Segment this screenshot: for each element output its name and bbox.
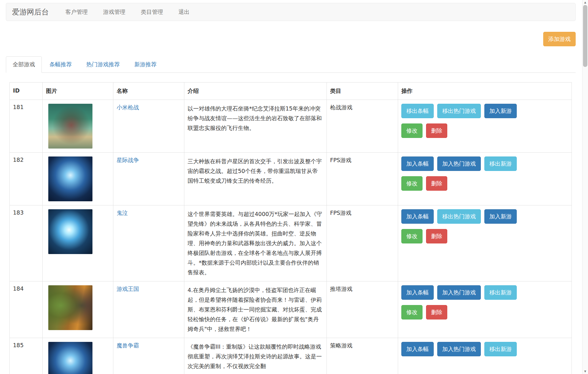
table-row: 182 星际战争 三大种族在科普卢星区的首次交手，引发出波及整个宇宙的霸权之战。… bbox=[10, 153, 572, 205]
table-row: 184 游戏王国 4.在奥丹姆尘土飞扬的沙漠中，怪盗军团也许正在崛起，但是希望将… bbox=[10, 281, 572, 338]
vertical-scrollbar[interactable]: ▲ ▼ bbox=[582, 0, 588, 374]
delete-button[interactable]: 删除 bbox=[426, 305, 447, 319]
game-category: FPS游戏 bbox=[327, 205, 398, 281]
toolbar: 添加游戏 bbox=[543, 32, 576, 46]
remove-banner-button[interactable]: 移出条幅 bbox=[401, 104, 434, 118]
nav-item-category-management[interactable]: 类目管理 bbox=[133, 8, 171, 16]
games-table-container: ID 图片 名称 介绍 类目 操作 181 小米枪战 以一对雄伟的大理石坐骑*纪… bbox=[9, 82, 572, 374]
game-actions-cell: 加入条幅加入热门游戏移出新游 bbox=[398, 338, 572, 374]
tab-banner-recommend[interactable]: 条幅推荐 bbox=[43, 56, 79, 73]
column-header-description: 介绍 bbox=[184, 83, 327, 100]
scroll-down-arrow-icon[interactable]: ▼ bbox=[582, 369, 588, 374]
column-header-category: 类目 bbox=[327, 83, 398, 100]
add-game-button[interactable]: 添加游戏 bbox=[543, 32, 576, 46]
table-row: 181 小米枪战 以一对雄伟的大理石坐骑*纪念艾泽拉斯15年来的冲突纷争与战友情… bbox=[10, 100, 572, 153]
game-actions-cell: 移出条幅移出热门游戏加入新游 修改删除 bbox=[398, 100, 572, 153]
nav-item-logout[interactable]: 退出 bbox=[171, 8, 197, 16]
game-description: 以一对雄伟的大理石坐骑*纪念艾泽拉斯15年来的冲突纷争与战友情谊——这些活生生的… bbox=[184, 100, 327, 153]
remove-hot-game-button[interactable]: 移出热门游戏 bbox=[437, 104, 481, 118]
add-hot-game-button[interactable]: 加入热门游戏 bbox=[437, 342, 481, 356]
delete-button[interactable]: 删除 bbox=[426, 176, 447, 191]
game-description: 这个世界需要英雄。与超过4000万*玩家一起加入《守望先锋》的未来战场，从各具特… bbox=[184, 205, 327, 281]
edit-button[interactable]: 修改 bbox=[401, 305, 423, 319]
edit-button[interactable]: 修改 bbox=[401, 176, 423, 191]
game-name-link[interactable]: 游戏王国 bbox=[117, 286, 139, 292]
game-actions-cell: 加入条幅加入热门游戏移出新游 修改删除 bbox=[398, 281, 572, 338]
add-hot-game-button[interactable]: 加入热门游戏 bbox=[437, 156, 481, 171]
games-table: ID 图片 名称 介绍 类目 操作 181 小米枪战 以一对雄伟的大理石坐骑*纪… bbox=[9, 82, 572, 374]
delete-button[interactable]: 删除 bbox=[426, 123, 447, 138]
brand-title[interactable]: 爱游网后台 bbox=[12, 7, 49, 17]
add-hot-game-button[interactable]: 加入热门游戏 bbox=[437, 285, 481, 300]
game-thumbnail-image bbox=[48, 156, 92, 201]
game-name-link[interactable]: 小米枪战 bbox=[117, 104, 139, 111]
game-actions-cell: 加入条幅加入热门游戏移出新游 修改删除 bbox=[398, 153, 572, 205]
game-name-link[interactable]: 魔兽争霸 bbox=[117, 342, 139, 349]
column-header-name: 名称 bbox=[113, 83, 184, 100]
add-banner-button[interactable]: 加入条幅 bbox=[401, 156, 434, 171]
remove-new-game-button[interactable]: 移出新游 bbox=[484, 342, 517, 356]
game-description: 4.在奥丹姆尘土飞扬的沙漠中，怪盗军团也许正在崛起，但是希望将伴随着探险者协会而… bbox=[184, 281, 327, 338]
tab-all-games[interactable]: 全部游戏 bbox=[6, 56, 42, 73]
game-category: FPS游戏 bbox=[327, 153, 398, 205]
table-header-row: ID 图片 名称 介绍 类目 操作 bbox=[10, 83, 572, 100]
scrollbar-thumb[interactable] bbox=[583, 5, 587, 67]
remove-new-game-button[interactable]: 移出新游 bbox=[484, 156, 517, 171]
game-category: 枪战游戏 bbox=[327, 100, 398, 153]
edit-button[interactable]: 修改 bbox=[401, 123, 423, 138]
scroll-up-arrow-icon[interactable]: ▲ bbox=[582, 0, 588, 5]
add-banner-button[interactable]: 加入条幅 bbox=[401, 342, 434, 356]
admin-page: 爱游网后台 客户管理 游戏管理 类目管理 退出 添加游戏 全部游戏 条幅推荐 热… bbox=[0, 0, 588, 374]
game-id: 185 bbox=[10, 338, 43, 374]
game-category: 策略游戏 bbox=[327, 338, 398, 374]
add-new-game-button[interactable]: 加入新游 bbox=[484, 104, 517, 118]
tab-new-games-recommend[interactable]: 新游推荐 bbox=[127, 56, 163, 73]
game-filter-tabs: 全部游戏 条幅推荐 热门游戏推荐 新游推荐 bbox=[6, 56, 576, 73]
game-name-link[interactable]: 鬼泣 bbox=[117, 210, 128, 216]
game-thumbnail-image bbox=[48, 342, 92, 374]
game-thumbnail-image bbox=[48, 209, 92, 254]
nav-item-customer-management[interactable]: 客户管理 bbox=[58, 8, 95, 16]
add-banner-button[interactable]: 加入条幅 bbox=[401, 209, 434, 224]
game-category: 推塔游戏 bbox=[327, 281, 398, 338]
delete-button[interactable]: 删除 bbox=[426, 229, 447, 243]
game-id: 184 bbox=[10, 281, 43, 338]
tab-hot-games-recommend[interactable]: 热门游戏推荐 bbox=[79, 56, 127, 73]
game-thumbnail-image bbox=[48, 104, 92, 149]
table-row: 185 魔兽争霸 《魔兽争霸III：重制版》让这款颠覆性的即时战略游戏彻底重塑，… bbox=[10, 338, 572, 374]
nav-item-game-management[interactable]: 游戏管理 bbox=[95, 8, 133, 16]
game-description: 《魔兽争霸III：重制版》让这款颠覆性的即时战略游戏彻底重塑，再次演绎艾泽拉斯史… bbox=[184, 338, 327, 374]
game-id: 181 bbox=[10, 100, 43, 153]
game-description: 三大种族在科普卢星区的首次交手，引发出波及整个宇宙的霸权之战。超过50个任务，带… bbox=[184, 153, 327, 205]
game-name-link[interactable]: 星际战争 bbox=[117, 157, 139, 163]
column-header-actions: 操作 bbox=[398, 83, 572, 100]
game-actions-cell: 加入条幅移出热门游戏加入新游 修改删除 bbox=[398, 205, 572, 281]
game-id: 183 bbox=[10, 205, 43, 281]
remove-hot-game-button[interactable]: 移出热门游戏 bbox=[437, 209, 481, 224]
column-header-id: ID bbox=[10, 83, 43, 100]
game-id: 182 bbox=[10, 153, 43, 205]
add-new-game-button[interactable]: 加入新游 bbox=[484, 209, 517, 224]
add-banner-button[interactable]: 加入条幅 bbox=[401, 285, 434, 300]
column-header-image: 图片 bbox=[43, 83, 113, 100]
top-navbar: 爱游网后台 客户管理 游戏管理 类目管理 退出 bbox=[6, 3, 576, 21]
remove-new-game-button[interactable]: 移出新游 bbox=[484, 285, 517, 300]
edit-button[interactable]: 修改 bbox=[401, 229, 423, 243]
game-thumbnail-image bbox=[48, 285, 92, 330]
table-row: 183 鬼泣 这个世界需要英雄。与超过4000万*玩家一起加入《守望先锋》的未来… bbox=[10, 205, 572, 281]
